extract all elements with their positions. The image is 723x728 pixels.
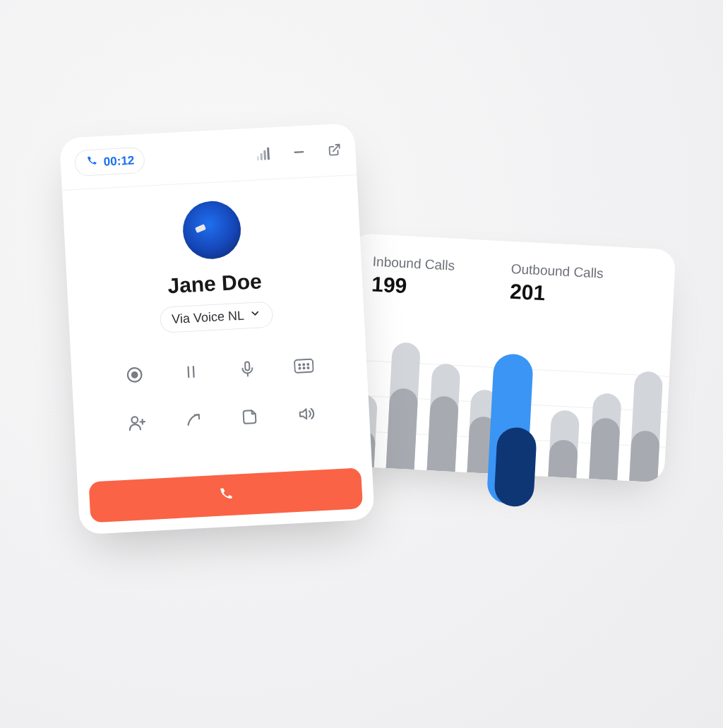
call-controls xyxy=(118,349,324,440)
call-timer-chip[interactable]: 00:12 xyxy=(74,147,145,177)
stat-inbound-label: Inbound Calls xyxy=(372,254,455,274)
svg-rect-9 xyxy=(245,362,250,370)
svg-point-18 xyxy=(131,417,138,423)
chevron-down-icon xyxy=(249,307,261,323)
speaker-button[interactable] xyxy=(289,397,323,431)
svg-point-13 xyxy=(303,364,304,365)
pause-button[interactable] xyxy=(174,355,208,389)
via-label: Via Voice NL xyxy=(172,309,245,327)
phone-icon xyxy=(85,154,98,171)
svg-rect-0 xyxy=(257,156,259,160)
signal-icon xyxy=(256,147,271,160)
svg-rect-4 xyxy=(294,150,304,153)
svg-line-8 xyxy=(193,366,194,377)
svg-point-15 xyxy=(299,368,300,369)
svg-point-17 xyxy=(307,367,309,369)
svg-point-6 xyxy=(132,372,138,378)
svg-point-16 xyxy=(303,367,304,369)
transfer-button[interactable] xyxy=(177,402,210,436)
add-user-button[interactable] xyxy=(120,406,154,440)
minimize-icon[interactable] xyxy=(292,144,306,159)
svg-rect-2 xyxy=(263,150,266,160)
chart-bar-highlight-outbound xyxy=(494,426,537,508)
header-icons xyxy=(256,143,342,161)
stats-header: Inbound Calls 199 Outbound Calls 201 xyxy=(371,254,652,311)
call-card: 00:12 xyxy=(59,123,375,535)
popout-icon[interactable] xyxy=(327,143,342,157)
stat-inbound: Inbound Calls 199 xyxy=(371,254,455,301)
phone-icon xyxy=(217,485,234,506)
contact-name: Jane Doe xyxy=(167,269,263,298)
hangup-button[interactable] xyxy=(89,467,364,523)
svg-rect-1 xyxy=(260,153,263,160)
chart-bar xyxy=(542,342,590,479)
svg-point-14 xyxy=(307,364,309,365)
call-card-body: Jane Doe Via Voice NL xyxy=(62,175,375,535)
avatar xyxy=(181,200,242,261)
svg-rect-3 xyxy=(267,147,270,160)
via-selector[interactable]: Via Voice NL xyxy=(159,302,273,333)
chart-bar xyxy=(421,336,468,472)
stat-inbound-value: 199 xyxy=(371,273,454,301)
call-timer: 00:12 xyxy=(103,153,134,169)
stat-outbound-label: Outbound Calls xyxy=(510,261,604,282)
svg-point-12 xyxy=(299,364,300,366)
stat-outbound: Outbound Calls 201 xyxy=(509,261,604,309)
chart-bar xyxy=(582,345,630,481)
svg-line-7 xyxy=(189,367,189,378)
chart-bar xyxy=(380,334,427,470)
note-button[interactable] xyxy=(233,400,267,434)
chart-bar xyxy=(623,347,671,483)
mute-button[interactable] xyxy=(230,352,264,386)
keypad-button[interactable] xyxy=(287,349,321,383)
record-button[interactable] xyxy=(118,358,152,392)
stat-outbound-value: 201 xyxy=(509,280,603,309)
